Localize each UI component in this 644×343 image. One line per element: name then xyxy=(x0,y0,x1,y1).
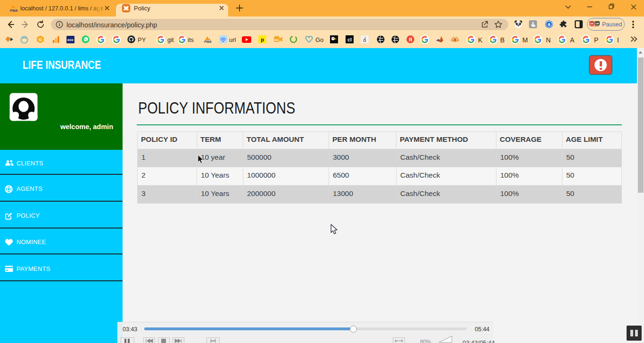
svg-text:a: a xyxy=(548,21,551,27)
svg-text:OKC: OKC xyxy=(274,39,280,41)
svg-text:OK: OK xyxy=(590,22,594,25)
svg-text:p: p xyxy=(261,37,264,42)
svg-text:IEEE: IEEE xyxy=(67,39,74,41)
svg-text:OK: OK xyxy=(595,22,599,25)
svg-text:cl: cl xyxy=(347,37,352,42)
svg-text:G: G xyxy=(39,37,42,42)
svg-text:PMA: PMA xyxy=(10,8,18,13)
svg-text:PMA: PMA xyxy=(204,40,212,43)
svg-text:R: R xyxy=(408,37,412,42)
